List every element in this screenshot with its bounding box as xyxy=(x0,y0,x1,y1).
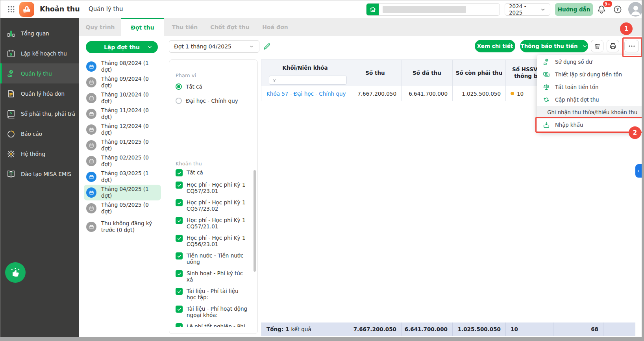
thumbs-up-stars-icon xyxy=(9,266,22,279)
create-batch-button[interactable]: Lập đợt thu xyxy=(86,41,158,53)
menu-item-thiet-lap-tien-ton[interactable]: Thiết lập sử dụng tiền tồn xyxy=(537,68,642,81)
hand-coin-icon xyxy=(6,69,16,78)
delete-button[interactable] xyxy=(591,40,603,52)
tab-thu-tien[interactable]: Thu tiền xyxy=(164,18,206,36)
panel-divider xyxy=(162,36,162,337)
sidebar-item-lap-ke-hoach-thu[interactable]: Lập kế hoạch thu xyxy=(0,43,79,63)
month-item-selected[interactable]: Tháng 04/2025 (1 đợt) xyxy=(84,185,161,200)
tab-quy-trinh[interactable]: Quy trình xyxy=(79,18,121,36)
chevron-down-icon xyxy=(249,44,254,49)
month-item[interactable]: Thu không đăng ký trước (0 đợt) xyxy=(84,216,161,237)
school-search-input[interactable] xyxy=(366,3,500,16)
import-icon xyxy=(542,121,550,129)
more-actions-menu: Sử dụng số dư Thiết lập sử dụng tiền tồn… xyxy=(537,55,642,132)
column-filter-input[interactable] xyxy=(269,76,347,85)
cell-so-thu: 7.667.200.050 xyxy=(349,86,402,101)
menu-item-nhap-khau[interactable]: Nhập khẩu xyxy=(537,119,642,131)
menu-item-cap-nhat-dot-thu[interactable]: Cập nhật đợt thu xyxy=(537,93,642,106)
tab-chot-dot-thu[interactable]: Chốt đợt thu xyxy=(206,18,254,36)
view-detail-button[interactable]: Xem chi tiết xyxy=(475,40,515,52)
chevron-down-icon xyxy=(540,7,546,13)
month-item[interactable]: Tháng 05/2025 (0 đợt) xyxy=(84,200,161,216)
calendar-icon xyxy=(89,95,94,101)
right-panel-toggle[interactable] xyxy=(635,164,642,178)
app-launcher-icon[interactable] xyxy=(7,6,15,13)
fee-checkbox[interactable]: Tiền nước - Tiền nước uống xyxy=(176,252,250,265)
annotation-step-1: 1 xyxy=(620,22,633,35)
cash-icon xyxy=(542,70,550,78)
feedback-button[interactable] xyxy=(5,262,26,283)
print-button[interactable] xyxy=(607,40,619,52)
edit-batch-icon[interactable] xyxy=(263,42,271,51)
sidebar-item-bao-cao[interactable]: Báo cáo xyxy=(0,124,79,144)
column-header-so-da-thu: Số đã thu xyxy=(402,59,453,86)
sidebar: Tổng quan Lập kế hoạch thu Quản lý thu Q… xyxy=(0,18,79,337)
fee-checkbox[interactable]: Học phí - Học phí Kỳ 1 CQ57/23.02 xyxy=(176,199,250,212)
sidebar-item-dao-tao[interactable]: Đào tạo MISA EMIS xyxy=(0,164,79,184)
checkbox-checked-icon xyxy=(176,288,183,295)
app-logo[interactable] xyxy=(19,2,34,17)
total-so-da-thu: 6.641.700.000 xyxy=(402,322,453,336)
calendar-icon xyxy=(89,111,94,117)
fee-checkbox[interactable]: Tất cả xyxy=(176,169,250,176)
month-item[interactable]: Tháng 02/2025 (0 đợt) xyxy=(84,153,161,169)
guide-button[interactable]: Hướng dẫn xyxy=(555,3,593,16)
tab-bar: Quy trình Đợt thu Thu tiền Chốt đợt thu … xyxy=(79,18,642,36)
home-button[interactable] xyxy=(366,4,379,15)
tab-hoa-don[interactable]: Hoá đơn xyxy=(254,18,296,36)
month-item[interactable]: Tháng 03/2025 (1 đợt) xyxy=(84,169,161,185)
school-year-select[interactable]: 2024 - 2025 xyxy=(505,3,550,16)
filter-panel: Phạm vi Tất cả Đại học - Chính quy Khoản… xyxy=(169,59,258,334)
home-icon xyxy=(369,6,377,13)
scope-radio-dai-hoc[interactable]: Đại học - Chính quy xyxy=(176,98,238,104)
menu-item-su-dung-so-du[interactable]: Sử dụng số dư xyxy=(537,56,642,68)
fee-checkbox[interactable]: Tài liệu - Phí hoạt động ngoại khóa: xyxy=(176,306,250,318)
fees-label: Khoản thu xyxy=(176,161,202,167)
menu-item-tat-toan-tien-ton[interactable]: Tất toán tiền tồn xyxy=(537,81,642,93)
month-item[interactable]: Tháng 12/2024 (0 đợt) xyxy=(84,122,161,137)
sidebar-item-so-phai-thu[interactable]: Sổ phải thu, phải trả xyxy=(0,104,79,124)
more-actions-button[interactable] xyxy=(624,40,639,52)
scale-icon xyxy=(542,83,550,91)
khoa-57-link[interactable]: Khóa 57 - Đại học - Chính quy xyxy=(261,91,346,97)
funnel-icon xyxy=(272,78,277,83)
notification-badge: 9+ xyxy=(603,1,612,7)
batch-select-value: Đợt 1 tháng 04/2025 xyxy=(174,43,231,50)
checkbox-checked-icon xyxy=(176,270,183,277)
month-item[interactable]: Tháng 09/2024 (0 đợt) xyxy=(84,74,161,90)
fee-checkbox[interactable]: Học phí - Học phí Kỳ 1 CQ56/23.01 xyxy=(176,235,250,247)
chevron-down-icon xyxy=(147,44,153,50)
fee-checkbox[interactable]: Học phí - Học phí Kỳ 1 CQ57/23.01 xyxy=(176,182,250,194)
invoice-icon xyxy=(6,89,16,98)
month-item[interactable]: Tháng 08/2024 (1 đợt) xyxy=(84,59,161,74)
calendar-icon xyxy=(89,127,94,133)
batch-select[interactable]: Đợt 1 tháng 04/2025 xyxy=(169,40,259,53)
fee-checkbox[interactable]: Lệ phí tốt nghiệp - Phí xét xyxy=(176,323,250,327)
pie-chart-icon xyxy=(6,129,16,139)
annotation-step-2: 2 xyxy=(629,126,641,139)
help-icon[interactable] xyxy=(613,5,622,14)
sidebar-item-tong-quan[interactable]: Tổng quan xyxy=(0,23,79,43)
notify-collect-button[interactable]: Thông báo thu tiền xyxy=(520,40,588,52)
month-item[interactable]: Tháng 01/2025 (0 đợt) xyxy=(84,137,161,153)
fee-checkbox[interactable]: Học phí - Học phí Kỳ 1 CQ57/21.01 xyxy=(176,217,250,230)
fee-checkbox[interactable]: Tài liệu - Phí tài liệu học tập: xyxy=(176,288,250,300)
checkbox-checked-icon xyxy=(176,235,183,242)
ellipsis-icon xyxy=(628,42,636,50)
month-item[interactable]: Tháng 10/2024 (0 đợt) xyxy=(84,90,161,106)
avatar[interactable] xyxy=(628,2,642,17)
open-book-icon xyxy=(6,169,16,179)
sidebar-item-quan-ly-hoa-don[interactable]: Quản lý hóa đơn xyxy=(0,83,79,104)
checkbox-checked-icon xyxy=(176,217,183,224)
menu-item-ghi-nhan-thu[interactable]: Ghi nhận thu thừa/thiếu khoản thu xyxy=(537,106,642,119)
fee-checkbox[interactable]: Sinh hoạt - Phí ký túc xá xyxy=(176,270,250,283)
sidebar-item-quan-ly-thu[interactable]: Quản lý thu xyxy=(0,63,79,83)
tab-dot-thu[interactable]: Đợt thu xyxy=(121,18,164,36)
fees-scrollbar[interactable] xyxy=(254,170,256,272)
scope-radio-all[interactable]: Tất cả xyxy=(176,83,202,90)
money-stack-icon xyxy=(22,4,32,15)
sidebar-item-he-thong[interactable]: Hệ thống xyxy=(0,144,79,164)
calendar-icon xyxy=(89,80,94,85)
calendar-icon xyxy=(89,64,94,70)
month-item[interactable]: Tháng 11/2024 (0 đợt) xyxy=(84,106,161,122)
